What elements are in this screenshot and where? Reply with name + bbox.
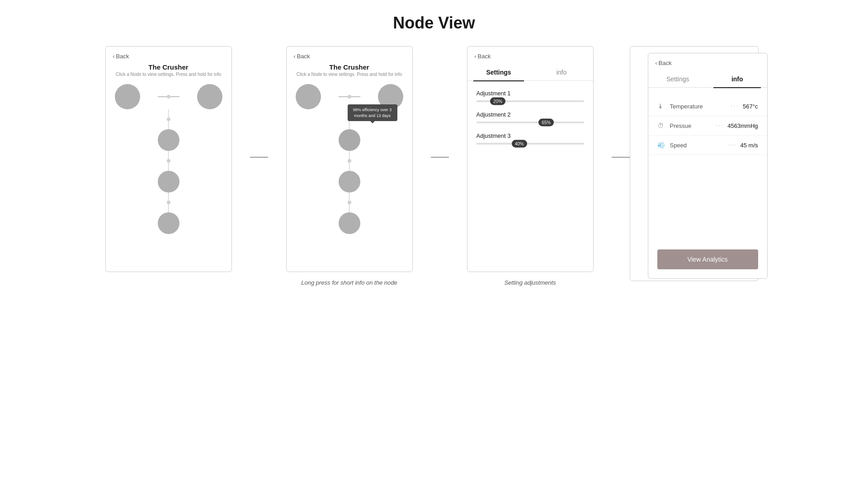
- s2-connector-v2: [349, 121, 350, 129]
- screen3-back-button[interactable]: ‹ Back: [467, 47, 593, 63]
- node-bottom[interactable]: [158, 212, 179, 234]
- screen2-node-mid2[interactable]: [339, 171, 360, 192]
- slider-fill-2: [476, 122, 547, 123]
- tab-info-4[interactable]: info: [708, 70, 767, 87]
- screen1-back-button[interactable]: ‹ Back: [106, 47, 231, 63]
- connector-v3: [168, 151, 169, 159]
- connector-v4: [168, 163, 169, 171]
- slider-thumb-2: 65%: [538, 119, 554, 127]
- screen2-back-button[interactable]: ‹ Back: [287, 47, 412, 63]
- connector-v2: [168, 121, 169, 129]
- screen2-node-diagram: 98% efficiency over 3 months and 13 days: [287, 84, 412, 234]
- connector-v5: [168, 192, 169, 201]
- node-middle1[interactable]: [158, 129, 179, 151]
- s2-connector-h1: [339, 96, 348, 97]
- screen2-title: The Crusher: [287, 63, 412, 71]
- screen1-title: The Crusher: [106, 63, 231, 71]
- speed-dots: ···: [728, 141, 736, 149]
- connector-v1: [168, 109, 169, 117]
- s2-connector-v3: [349, 151, 350, 159]
- tab-settings-4[interactable]: Settings: [648, 70, 708, 87]
- screen1-node-diagram: [106, 84, 231, 234]
- slider-thumb-1: 20%: [490, 98, 505, 105]
- adjustment-2-slider[interactable]: 65%: [476, 122, 584, 123]
- pressure-value: 4563mmHg: [727, 122, 758, 129]
- speed-icon: 💨: [657, 141, 666, 149]
- temperature-label: Temperature: [670, 103, 731, 110]
- s2-connector-v5: [349, 192, 350, 201]
- metric-pressure-row: ⏱ Pressue ··· 4563mmHg: [648, 116, 767, 136]
- screen2-frame: ‹ Back The Crusher Click a Node to view …: [286, 46, 413, 272]
- adjustment-2-block: Adjustment 2 65%: [467, 111, 593, 123]
- bracket-line-2-3: [431, 157, 449, 158]
- screen2-node-bottom[interactable]: [339, 212, 360, 234]
- tooltip-text: 98% efficiency over 3 months and 13 days: [353, 108, 392, 118]
- screen3-frame: ‹ Back Settings info Adjustment 1 20% Ad…: [467, 46, 594, 272]
- node-mid-dot1: [167, 117, 170, 121]
- temperature-value: 567°c: [743, 103, 758, 110]
- s2-connector-dot: [348, 95, 351, 99]
- adjustment-3-block: Adjustment 3 40%: [467, 132, 593, 145]
- screen1-frame: ‹ Back The Crusher Click a Node to view …: [105, 46, 232, 272]
- adjustment-1-label: Adjustment 1: [476, 90, 584, 97]
- node-middle2[interactable]: [158, 171, 179, 192]
- screen2-caption: Long press for short info on the node: [301, 278, 397, 287]
- node-mid-dot3: [167, 201, 170, 204]
- slider-thumb-3: 40%: [512, 140, 527, 148]
- screen3-caption: Setting adjustments: [504, 278, 556, 287]
- s2-connector-v4: [349, 163, 350, 171]
- node-mid-dot2: [167, 159, 170, 163]
- tab-settings-3[interactable]: Settings: [467, 63, 530, 80]
- screen1-subtitle: Click a Node to view settings. Press and…: [106, 72, 231, 77]
- adjustment-1-block: Adjustment 1 20%: [467, 90, 593, 102]
- connector-h: [158, 96, 167, 97]
- screen2-back-label: Back: [297, 53, 310, 60]
- s2-mid-dot2: [348, 159, 351, 163]
- bracket-line-3-4: [612, 157, 630, 158]
- connector-h2: [170, 96, 179, 97]
- pressure-icon: ⏱: [657, 122, 666, 129]
- connector-v6: [168, 204, 169, 212]
- node-tooltip: 98% efficiency over 3 months and 13 days: [348, 104, 397, 121]
- screen2-node-middle[interactable]: [339, 129, 360, 151]
- screen4-frame: ‹ Back Settings info 🌡 Temperature ··· 5…: [648, 53, 768, 279]
- tab-info-3[interactable]: info: [530, 63, 593, 80]
- pressure-label: Pressue: [670, 122, 715, 129]
- screen3-back-label: Back: [478, 53, 491, 60]
- back-label: Back: [116, 53, 129, 60]
- speed-label: Speed: [670, 142, 728, 149]
- back-chevron-icon2: ‹: [294, 53, 296, 60]
- screen4-back-label: Back: [659, 60, 672, 66]
- temperature-icon: 🌡: [657, 103, 666, 110]
- speed-value: 45 m/s: [740, 142, 758, 149]
- adjustment-3-label: Adjustment 3: [476, 132, 584, 139]
- adjustment-1-slider[interactable]: 20%: [476, 100, 584, 102]
- page-title: Node View: [393, 14, 475, 33]
- s2-connector-v6: [349, 204, 350, 212]
- back-chevron-icon4: ‹: [656, 60, 657, 66]
- screen4-back-button[interactable]: ‹ Back: [648, 53, 767, 70]
- s2-connector-h2: [351, 96, 360, 97]
- view-analytics-button[interactable]: View Analytics: [657, 249, 758, 269]
- back-chevron-icon3: ‹: [475, 53, 476, 60]
- screen2-subtitle: Click a Node to view settings. Press and…: [287, 72, 412, 77]
- node-top-left[interactable]: [115, 84, 140, 109]
- back-chevron-icon: ‹: [113, 53, 115, 60]
- screen3-tabs: Settings info: [467, 63, 593, 81]
- screen4-tabs: Settings info: [648, 70, 767, 88]
- bracket-line-1-2: [250, 157, 268, 158]
- metric-temperature-row: 🌡 Temperature ··· 567°c: [648, 97, 767, 116]
- node-top-right[interactable]: [197, 84, 222, 109]
- adjustment-3-slider[interactable]: 40%: [476, 143, 584, 145]
- temperature-dots: ···: [731, 102, 739, 110]
- node-connector-dot: [167, 95, 170, 99]
- s2-mid-dot3: [348, 201, 351, 204]
- screen2-node-top-left[interactable]: [296, 84, 321, 109]
- pressure-dots: ···: [715, 122, 724, 130]
- adjustment-2-label: Adjustment 2: [476, 111, 584, 118]
- metric-speed-row: 💨 Speed ··· 45 m/s: [648, 136, 767, 155]
